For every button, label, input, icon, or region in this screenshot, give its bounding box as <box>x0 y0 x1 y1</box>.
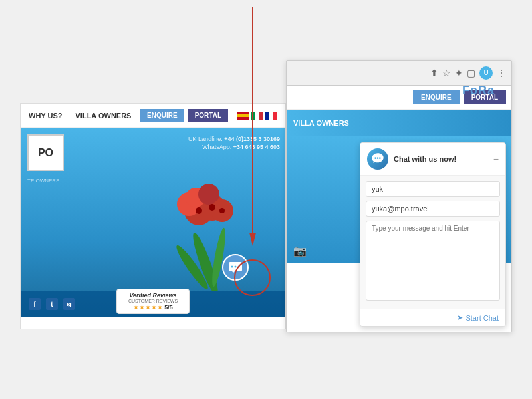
extension-icon[interactable]: ✦ <box>455 68 463 78</box>
svg-point-13 <box>235 266 237 268</box>
flowers-decoration <box>139 171 272 291</box>
flag-france[interactable] <box>265 112 277 120</box>
right-hero-text: VILLA OWNERS <box>293 119 349 127</box>
star-icon[interactable]: ☆ <box>442 68 451 78</box>
svg-point-1 <box>209 227 227 288</box>
nav-villa-owners[interactable]: VILLA OWNERS <box>76 112 132 120</box>
right-hero-bar: VILLA OWNERS <box>287 110 511 136</box>
share-icon[interactable]: ⬆ <box>430 68 438 78</box>
chat-close-button[interactable]: − <box>493 154 499 164</box>
chat-body <box>360 176 505 309</box>
start-chat-button[interactable]: ➤ Start Chat <box>457 313 499 322</box>
left-nav-links: WHY US? VILLA OWNERS <box>29 112 131 120</box>
enquire-button-right[interactable]: ENQUIRE <box>413 90 460 104</box>
left-website-panel: WHY US? VILLA OWNERS ENQUIRE PORTAL PO T… <box>20 103 286 329</box>
start-chat-label: Start Chat <box>466 314 499 322</box>
svg-point-14 <box>238 266 240 268</box>
chat-footer: ➤ Start Chat <box>360 309 505 326</box>
window-icon[interactable]: ▢ <box>467 68 475 78</box>
flag-icons <box>237 112 277 120</box>
hero-contact: UK Landline: +44 (0)1335 3 30169 WhatsAp… <box>188 136 280 150</box>
hero-logo: PO <box>27 134 64 171</box>
whatsapp-label: WhatsApp: <box>202 144 231 150</box>
left-nav-bar: WHY US? VILLA OWNERS ENQUIRE PORTAL <box>21 104 285 128</box>
chat-widget: Chat with us now! − ➤ Start Chat <box>360 142 506 327</box>
svg-point-12 <box>231 266 233 268</box>
svg-point-10 <box>209 204 215 211</box>
svg-point-9 <box>196 207 202 214</box>
uk-landline-number: +44 (0)1335 3 30169 <box>224 136 280 142</box>
left-nav-buttons: ENQUIRE PORTAL <box>140 109 277 122</box>
chat-name-input[interactable] <box>366 181 500 197</box>
verified-reviews-badge: Verified Reviews CUSTOMER REVIEWS ★★★★★ … <box>116 289 190 314</box>
verified-title: Verified Reviews <box>122 292 184 299</box>
svg-point-18 <box>377 157 379 159</box>
left-hero: PO TE OWNERS UK Landline: +44 (0)1335 3 … <box>21 128 285 317</box>
twitter-icon[interactable]: t <box>46 298 58 310</box>
chat-bubble-icon[interactable] <box>222 254 249 281</box>
flag-italy[interactable] <box>251 112 263 120</box>
fora-label: FoRa <box>462 84 495 98</box>
verified-sub: CUSTOMER REVIEWS <box>122 299 184 303</box>
svg-point-17 <box>374 157 376 159</box>
stars: ★★★★★ <box>133 303 163 311</box>
social-icons: f t ig <box>29 298 75 310</box>
facebook-icon[interactable]: f <box>29 298 41 310</box>
portal-button-left[interactable]: PORTAL <box>188 109 228 122</box>
avatar-icon[interactable]: U <box>479 66 493 80</box>
uk-landline-label: UK Landline: <box>188 136 223 142</box>
flag-spain[interactable] <box>237 112 249 120</box>
enquire-button-left[interactable]: ENQUIRE <box>140 109 184 122</box>
svg-point-19 <box>379 157 381 159</box>
hero-bottom-bar: f t ig Verified Reviews CUSTOMER REVIEWS… <box>21 291 285 317</box>
nav-why-us[interactable]: WHY US? <box>29 112 63 120</box>
chat-title: Chat with us now! <box>394 155 456 163</box>
svg-point-11 <box>219 208 225 213</box>
more-icon[interactable]: ⋮ <box>497 68 506 78</box>
chat-logo <box>367 148 388 170</box>
right-instagram-icon[interactable]: 📷 <box>293 245 307 257</box>
whatsapp-number: +34 648 95 4 603 <box>233 144 280 150</box>
chat-email-input[interactable] <box>366 201 500 217</box>
send-icon: ➤ <box>457 313 463 322</box>
logo-sub-text: TE OWNERS <box>27 178 59 184</box>
chat-message-textarea[interactable] <box>366 221 500 301</box>
chat-header: Chat with us now! − <box>360 143 505 176</box>
logo-text: PO <box>38 147 53 159</box>
browser-toolbar: ⬆ ☆ ✦ ▢ U ⋮ <box>287 61 511 86</box>
right-browser-panel: ⬆ ☆ ✦ ▢ U ⋮ ENQUIRE PORTAL VILLA OWNERS … <box>286 60 512 332</box>
rating: 5/5 <box>164 304 173 311</box>
instagram-icon[interactable]: ig <box>63 298 75 310</box>
